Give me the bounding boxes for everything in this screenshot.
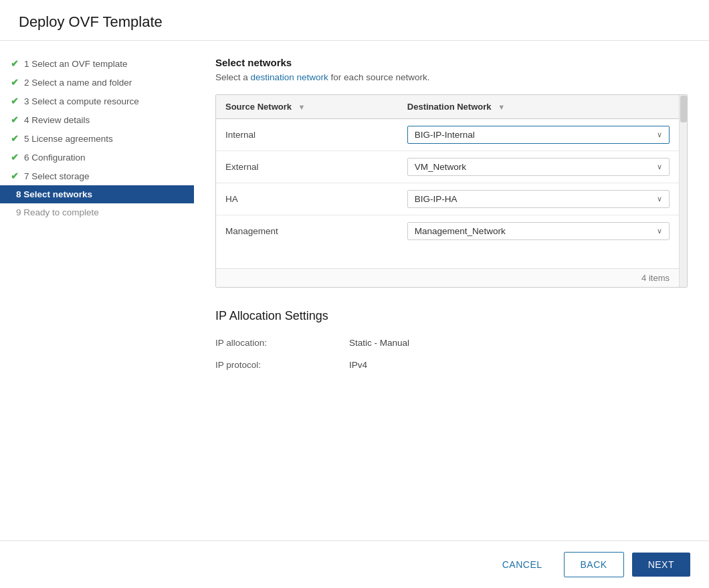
source-network-value: External bbox=[225, 162, 259, 172]
dest-network-cell: BIG-IP-HA ∨ bbox=[398, 183, 679, 215]
ip-allocation-label: IP allocation: bbox=[215, 338, 349, 348]
dest-network-select-4[interactable]: Management_Network ∨ bbox=[407, 222, 670, 240]
ip-protocol-value: IPv4 bbox=[349, 360, 367, 370]
dialog-header: Deploy OVF Template bbox=[0, 0, 709, 41]
dest-network-cell: BIG-IP-Internal ∨ bbox=[398, 119, 679, 151]
check-icon-step3: ✔ bbox=[11, 96, 19, 106]
table-row: Management Management_Network ∨ bbox=[216, 215, 679, 248]
ip-section-title: IP Allocation Settings bbox=[215, 309, 688, 323]
source-network-cell: HA bbox=[216, 183, 398, 215]
table-row: HA BIG-IP-HA ∨ bbox=[216, 183, 679, 215]
check-icon-step5: ✔ bbox=[11, 133, 19, 144]
section-desc-part2: for each source network. bbox=[328, 72, 430, 82]
source-network-value: Internal bbox=[225, 130, 256, 140]
table-footer: 4 items bbox=[216, 268, 679, 287]
dest-network-value-4: Management_Network bbox=[415, 226, 506, 236]
dropdown-arrow-1: ∨ bbox=[657, 130, 662, 139]
dialog-title: Deploy OVF Template bbox=[19, 13, 690, 31]
sidebar-label-step8: 8 Select networks bbox=[16, 189, 92, 199]
dropdown-arrow-2: ∨ bbox=[657, 163, 662, 171]
ip-allocation-value: Static - Manual bbox=[349, 338, 409, 348]
dest-network-select-3[interactable]: BIG-IP-HA ∨ bbox=[407, 190, 670, 208]
sidebar-item-step7[interactable]: ✔ 7 Select storage bbox=[0, 167, 194, 185]
section-title: Select networks bbox=[215, 57, 688, 68]
sidebar-label-step7: 7 Select storage bbox=[24, 171, 90, 181]
dest-network-select-2[interactable]: VM_Network ∨ bbox=[407, 158, 670, 176]
dest-network-value-1: BIG-IP-Internal bbox=[415, 130, 475, 140]
sidebar-item-step4[interactable]: ✔ 4 Review details bbox=[0, 110, 194, 129]
ip-protocol-row: IP protocol: IPv4 bbox=[215, 360, 688, 370]
source-network-cell: Management bbox=[216, 215, 398, 248]
next-button[interactable]: NEXT bbox=[632, 553, 690, 577]
sidebar-item-step2[interactable]: ✔ 2 Select a name and folder bbox=[0, 73, 194, 92]
sidebar-label-step2: 2 Select a name and folder bbox=[24, 78, 132, 88]
scroll-thumb bbox=[680, 96, 687, 122]
dest-network-select-1[interactable]: BIG-IP-Internal ∨ bbox=[407, 126, 670, 144]
sidebar-label-step4: 4 Review details bbox=[24, 115, 90, 125]
dialog-footer: CANCEL BACK NEXT bbox=[0, 541, 709, 588]
sidebar-item-step6[interactable]: ✔ 6 Configuration bbox=[0, 148, 194, 167]
table-row: External VM_Network ∨ bbox=[216, 151, 679, 183]
ip-allocation-row: IP allocation: Static - Manual bbox=[215, 338, 688, 348]
dest-network-cell: VM_Network ∨ bbox=[398, 151, 679, 183]
dest-network-value-3: BIG-IP-HA bbox=[415, 194, 458, 204]
table-header: Source Network ▼ Destination Network ▼ bbox=[216, 95, 679, 119]
back-button[interactable]: BACK bbox=[564, 552, 624, 577]
deploy-ovf-dialog: Deploy OVF Template ✔ 1 Select an OVF te… bbox=[0, 0, 709, 588]
networks-table-container: Source Network ▼ Destination Network ▼ bbox=[215, 94, 688, 288]
sidebar-label-step5: 5 License agreements bbox=[24, 134, 113, 144]
section-desc-part1: Select a bbox=[215, 72, 251, 82]
dest-network-cell: Management_Network ∨ bbox=[398, 215, 679, 248]
sidebar-item-step8[interactable]: 8 Select networks bbox=[0, 185, 194, 203]
ip-protocol-label: IP protocol: bbox=[215, 360, 349, 370]
sidebar-item-step5[interactable]: ✔ 5 License agreements bbox=[0, 129, 194, 148]
dropdown-arrow-3: ∨ bbox=[657, 195, 662, 203]
check-icon-step1: ✔ bbox=[11, 58, 19, 69]
sidebar-label-step3: 3 Select a compute resource bbox=[24, 96, 139, 106]
check-icon-step7: ✔ bbox=[11, 171, 19, 181]
sidebar-item-step9[interactable]: 9 Ready to complete bbox=[0, 203, 194, 221]
table-row: Internal BIG-IP-Internal ∨ bbox=[216, 119, 679, 151]
check-icon-step4: ✔ bbox=[11, 114, 19, 125]
cancel-button[interactable]: CANCEL bbox=[489, 553, 556, 577]
filter-icon-source[interactable]: ▼ bbox=[298, 103, 306, 111]
section-desc: Select a destination network for each so… bbox=[215, 72, 688, 82]
check-icon-step2: ✔ bbox=[11, 77, 19, 88]
sidebar: ✔ 1 Select an OVF template ✔ 2 Select a … bbox=[0, 41, 194, 541]
check-icon-step6: ✔ bbox=[11, 152, 19, 163]
table-item-count: 4 items bbox=[641, 273, 670, 283]
sidebar-label-step9: 9 Ready to complete bbox=[16, 207, 99, 217]
dest-network-value-2: VM_Network bbox=[415, 162, 466, 172]
source-network-cell: Internal bbox=[216, 119, 398, 151]
dropdown-arrow-4: ∨ bbox=[657, 227, 662, 235]
main-content: Select networks Select a destination net… bbox=[194, 41, 709, 541]
sidebar-item-step1[interactable]: ✔ 1 Select an OVF template bbox=[0, 54, 194, 73]
col-dest-header: Destination Network ▼ bbox=[398, 95, 679, 119]
dialog-body: ✔ 1 Select an OVF template ✔ 2 Select a … bbox=[0, 41, 709, 541]
sidebar-item-step3[interactable]: ✔ 3 Select a compute resource bbox=[0, 92, 194, 110]
col-source-header: Source Network ▼ bbox=[216, 95, 398, 119]
source-network-cell: External bbox=[216, 151, 398, 183]
sidebar-label-step6: 6 Configuration bbox=[24, 153, 86, 163]
destination-network-link[interactable]: destination network bbox=[251, 72, 328, 82]
sidebar-label-step1: 1 Select an OVF template bbox=[24, 59, 128, 69]
networks-table: Source Network ▼ Destination Network ▼ bbox=[216, 95, 679, 247]
source-network-value: HA bbox=[225, 194, 238, 204]
filter-icon-dest[interactable]: ▼ bbox=[498, 103, 505, 111]
table-body: Internal BIG-IP-Internal ∨ bbox=[216, 119, 679, 248]
source-network-value: Management bbox=[225, 226, 278, 236]
table-scrollbar[interactable] bbox=[679, 95, 687, 287]
